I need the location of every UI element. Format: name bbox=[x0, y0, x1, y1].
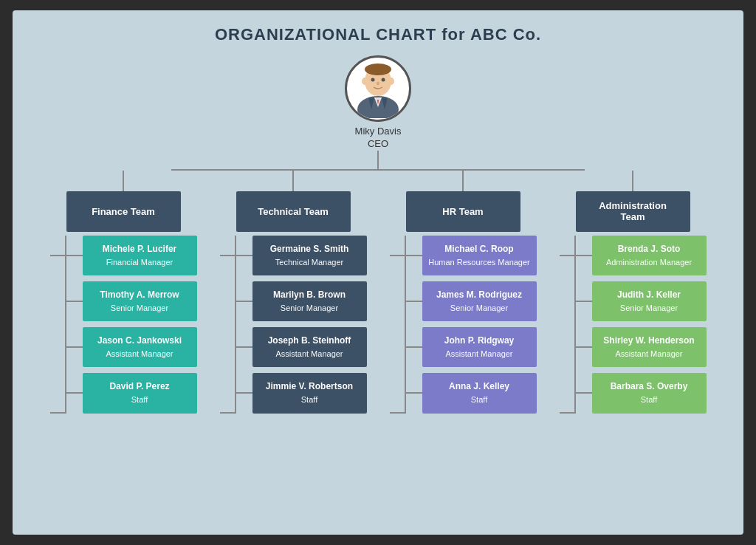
table-row: Germaine S. Smith Technical Manager bbox=[236, 236, 367, 275]
emp-card-finance-1: Michele P. Lucifer Financial Manager bbox=[83, 236, 197, 275]
finance-bracket bbox=[50, 236, 66, 414]
admin-team-box: Administration Team bbox=[576, 191, 690, 232]
ceo-name: Miky Davis CEO bbox=[355, 126, 402, 151]
svg-point-10 bbox=[382, 78, 385, 82]
ceo-vline bbox=[377, 151, 379, 169]
technical-members: Germaine S. Smith Technical Manager Mari… bbox=[220, 236, 367, 414]
svg-point-8 bbox=[388, 78, 394, 85]
svg-point-6 bbox=[365, 64, 391, 75]
emp-card-hr-2: James M. Rodriguez Senior Manager bbox=[422, 281, 537, 321]
emp-card-admin-2: Judith J. Keller Senior Manager bbox=[592, 281, 707, 321]
chart-container: ORGANIZATIONAL CHART for ABC Co. bbox=[13, 10, 743, 535]
emp-card-admin-1: Brenda J. Soto Administration Manager bbox=[592, 236, 707, 275]
table-row: James M. Rodriguez Senior Manager bbox=[406, 281, 537, 321]
emp-card-finance-2: Timothy A. Merrow Senior Manager bbox=[83, 281, 197, 321]
table-row: Michael C. Roop Human Resources Manager bbox=[406, 236, 537, 275]
admin-vline-top bbox=[632, 171, 633, 191]
svg-point-9 bbox=[371, 78, 375, 82]
chart-title: ORGANIZATIONAL CHART for ABC Co. bbox=[27, 25, 729, 44]
hr-team-column: HR Team Michael C. Roop bbox=[389, 171, 537, 414]
table-row: Jason C. Jankowski Assistant Manager bbox=[66, 327, 197, 367]
emp-card-hr-1: Michael C. Roop Human Resources Manager bbox=[422, 236, 537, 275]
finance-members: Michele P. Lucifer Financial Manager Tim… bbox=[50, 236, 197, 414]
table-row: Marilyn B. Brown Senior Manager bbox=[236, 281, 367, 321]
table-row: Anna J. Kelley Staff bbox=[406, 373, 537, 413]
emp-card-tech-1: Germaine S. Smith Technical Manager bbox=[252, 236, 367, 275]
table-row: Jimmie V. Robertson Staff bbox=[236, 373, 367, 413]
finance-vline-top bbox=[123, 171, 124, 191]
table-row: John P. Ridgway Assistant Manager bbox=[406, 327, 537, 367]
admin-team-column: Administration Team Brenda J. Soto bbox=[559, 171, 707, 414]
table-row: Brenda J. Soto Administration Manager bbox=[576, 236, 707, 275]
table-row: Judith J. Keller Senior Manager bbox=[576, 281, 707, 321]
emp-card-tech-4: Jimmie V. Robertson Staff bbox=[252, 373, 367, 413]
hr-team-box: HR Team bbox=[406, 191, 520, 232]
admin-members: Brenda J. Soto Administration Manager Ju… bbox=[560, 236, 707, 414]
technical-bracket bbox=[220, 236, 236, 414]
technical-team-box: Technical Team bbox=[236, 191, 351, 232]
emp-card-admin-4: Barbara S. Overby Staff bbox=[592, 373, 707, 413]
admin-bracket bbox=[560, 236, 576, 414]
table-row: David P. Perez Staff bbox=[66, 373, 197, 413]
finance-team-column: Finance Team Michele P. Lucifer bbox=[49, 171, 197, 414]
ceo-avatar bbox=[345, 55, 411, 122]
emp-card-tech-2: Marilyn B. Brown Senior Manager bbox=[252, 281, 367, 321]
technical-members-list: Germaine S. Smith Technical Manager Mari… bbox=[236, 236, 367, 414]
table-row: Timothy A. Merrow Senior Manager bbox=[66, 281, 197, 321]
emp-card-hr-4: Anna J. Kelley Staff bbox=[422, 373, 537, 413]
emp-card-finance-3: Jason C. Jankowski Assistant Manager bbox=[83, 327, 197, 367]
emp-card-hr-3: John P. Ridgway Assistant Manager bbox=[422, 327, 537, 367]
teams-hline bbox=[97, 169, 659, 171]
table-row: Barbara S. Overby Staff bbox=[576, 373, 707, 413]
table-row: Michele P. Lucifer Financial Manager bbox=[66, 236, 197, 275]
hr-bracket bbox=[390, 236, 406, 414]
finance-team-box: Finance Team bbox=[66, 191, 181, 232]
hr-vline-top bbox=[462, 171, 464, 191]
emp-card-admin-3: Shirley W. Henderson Assistant Manager bbox=[592, 327, 707, 367]
svg-point-11 bbox=[377, 82, 379, 86]
table-row: Shirley W. Henderson Assistant Manager bbox=[576, 327, 707, 367]
ceo-row: Miky Davis CEO bbox=[345, 55, 411, 151]
admin-members-list: Brenda J. Soto Administration Manager Ju… bbox=[576, 236, 707, 414]
hr-members: Michael C. Roop Human Resources Manager … bbox=[390, 236, 537, 414]
svg-point-7 bbox=[362, 78, 368, 85]
technical-vline-top bbox=[292, 171, 294, 191]
table-row: Joseph B. Steinhoff Assistant Manager bbox=[236, 327, 367, 367]
technical-team-column: Technical Team Germaine S. Smith bbox=[219, 171, 367, 414]
emp-card-tech-3: Joseph B. Steinhoff Assistant Manager bbox=[252, 327, 367, 367]
four-teams: Finance Team Michele P. Lucifer bbox=[38, 171, 718, 414]
org-chart: Miky Davis CEO Finance Team bbox=[27, 55, 729, 414]
emp-card-finance-4: David P. Perez Staff bbox=[83, 373, 197, 413]
finance-members-list: Michele P. Lucifer Financial Manager Tim… bbox=[66, 236, 197, 414]
hr-members-list: Michael C. Roop Human Resources Manager … bbox=[406, 236, 537, 414]
